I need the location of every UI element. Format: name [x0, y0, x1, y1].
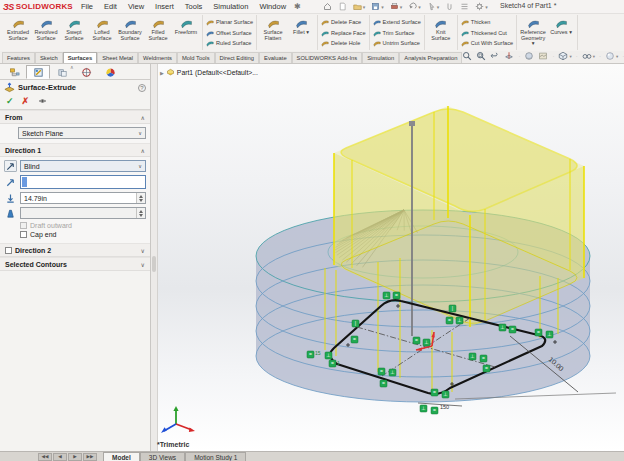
tab-mold-tools[interactable]: Mold Tools [177, 52, 215, 63]
hide-show-items-button[interactable]: ▾ [582, 51, 595, 61]
menu-insert[interactable]: Insert [155, 2, 174, 11]
ribbon-button-lofted-surface[interactable]: Lofted Surface [88, 15, 116, 50]
sketch-relation-badge[interactable]: ⊥ [423, 339, 430, 346]
pin-icon[interactable]: ✱ [294, 2, 301, 11]
tab-sketch[interactable]: Sketch [35, 52, 63, 63]
ribbon-button-knit-surface[interactable]: Knit Surface [427, 15, 455, 50]
selected-contours-header[interactable]: Selected Contours ∨ [0, 257, 150, 271]
first-button[interactable]: ◀◀ [38, 453, 52, 461]
direction-reference-input[interactable] [20, 175, 146, 189]
previous-button[interactable]: ◀ [53, 453, 67, 461]
menu-file[interactable]: File [81, 2, 93, 11]
panel-splitter[interactable] [151, 64, 158, 451]
undo-button[interactable]: ▾ [408, 2, 421, 11]
menu-simulation[interactable]: Simulation [213, 2, 248, 11]
sketch-relation-badge[interactable]: = [446, 317, 453, 324]
sketch-relation-badge[interactable]: = [535, 329, 542, 336]
apply-scene-button[interactable] [538, 51, 548, 61]
next-button[interactable]: ▶ [68, 453, 82, 461]
direction2-header[interactable]: Direction 2 ∨ [0, 243, 150, 257]
ribbon-button-delete-face[interactable]: Delete Face [321, 17, 366, 27]
ribbon-button-fillet[interactable]: Fillet ▾ [287, 15, 315, 50]
ribbon-button-extend-surface[interactable]: Extend Surface [373, 17, 421, 27]
collapse-chevron-icon[interactable]: ∧ [141, 147, 145, 154]
ribbon-button-filled-surface[interactable]: Filled Surface [144, 15, 172, 50]
from-header[interactable]: From ∧ [0, 110, 150, 124]
sketch-relation-badge[interactable]: = [431, 407, 438, 414]
sketch-relation-badge[interactable]: | [352, 320, 359, 327]
from-dropdown[interactable]: Sketch Plane ∨ [18, 127, 146, 139]
bottom-tab-model[interactable]: Model [103, 452, 140, 461]
ribbon-button-reference-geometry[interactable]: Reference Geometry ▾ [519, 15, 547, 50]
edit-appearance-button[interactable] [524, 51, 534, 61]
preview-eye-icon[interactable] [37, 97, 48, 105]
ribbon-button-freeform[interactable]: Freeform [172, 15, 200, 50]
menu-view[interactable]: View [128, 2, 144, 11]
sketch-relation-badge[interactable]: ⊥ [442, 391, 449, 398]
ribbon-button-thickened-cut[interactable]: Thickened Cut [461, 28, 513, 38]
sketch-relation-badge[interactable]: = [509, 326, 516, 333]
save-button[interactable]: ▾ [371, 2, 384, 11]
ribbon-button-curves[interactable]: Curves ▾ [547, 15, 575, 50]
last-button[interactable]: ▶▶ [83, 453, 97, 461]
collapse-chevron-icon[interactable]: ∧ [141, 114, 145, 121]
ribbon-button-boundary-surface[interactable]: Boundary Surface [116, 15, 144, 50]
ribbon-button-trim-surface[interactable]: Trim Surface [373, 28, 421, 38]
sketch-relation-badge[interactable]: = [329, 360, 336, 367]
open-button[interactable]: ▾ [353, 2, 366, 11]
spinner-arrows[interactable] [136, 193, 145, 203]
menu-window[interactable]: Window [259, 2, 286, 11]
tab-analysis-preparation[interactable]: Analysis Preparation [399, 52, 462, 63]
manager-tab-feature-manager-tree[interactable] [2, 65, 26, 79]
tab-direct-editing[interactable]: Direct Editing [215, 52, 259, 63]
sketch-relation-badge[interactable]: ⊥ [325, 352, 332, 359]
expand-chevron-icon[interactable]: ∨ [141, 261, 145, 268]
sketch-relation-badge[interactable]: ⊥ [499, 324, 506, 331]
reverse-direction-button[interactable] [4, 160, 17, 172]
bottom-tab-motion-study-1[interactable]: Motion Study 1 [185, 452, 246, 461]
sketch-relation-badge[interactable]: ⊥ [469, 353, 476, 360]
direction1-header[interactable]: Direction 1 ∧ [0, 143, 150, 157]
zoom-fit-button[interactable] [462, 51, 472, 61]
ribbon-button-extruded-surface[interactable]: Extruded Surface [4, 15, 32, 50]
cap-end-checkbox[interactable] [20, 231, 27, 238]
depth-spinner[interactable]: 14.79in [20, 192, 146, 204]
ribbon-button-offset-surface[interactable]: Offset Surface [206, 28, 253, 38]
sketch-relation-badge[interactable]: = [393, 292, 400, 299]
sketch-relation-badge[interactable]: = [378, 368, 385, 375]
sketch-relation-badge[interactable]: ⊥ [546, 331, 553, 338]
zoom-area-button[interactable] [476, 51, 486, 61]
tab-solidworks-add-ins[interactable]: SOLIDWORKS Add-Ins [292, 52, 363, 63]
view-list-button[interactable] [460, 2, 469, 11]
help-icon[interactable]: ? [138, 84, 146, 92]
end-condition-dropdown[interactable]: Blind ∨ [20, 160, 146, 172]
sketch-relation-badge[interactable]: | [449, 305, 456, 312]
manager-tab-display-manager[interactable] [98, 65, 122, 79]
bottom-tab-3d-views[interactable]: 3D Views [140, 452, 185, 461]
splitter-grip[interactable] [152, 256, 156, 272]
sketch-relation-badge[interactable]: ⊥ [383, 292, 390, 299]
new-document-button[interactable] [338, 2, 347, 11]
tab-evaluate[interactable]: Evaluate [259, 52, 292, 63]
panel-collapse-icon[interactable]: ∧ [70, 64, 74, 70]
sketch-relation-badge[interactable]: = [483, 365, 490, 372]
attach-button[interactable] [445, 2, 454, 11]
ribbon-button-ruled-surface[interactable]: Ruled Surface [206, 38, 253, 48]
ribbon-button-replace-face[interactable]: Replace Face [321, 28, 366, 38]
manager-tab-property-manager[interactable] [26, 65, 50, 79]
sketch-relation-badge[interactable]: = [413, 337, 420, 344]
select-button[interactable]: ▾ [427, 2, 440, 11]
display-style-button[interactable]: ▾ [558, 51, 571, 61]
tab-surfaces[interactable]: Surfaces [63, 52, 98, 63]
sketch-relation-badge[interactable]: = [480, 355, 487, 362]
sketch-relation-badge[interactable]: = [380, 380, 387, 387]
home-button[interactable] [323, 2, 332, 11]
print-button[interactable]: ▾ [390, 2, 403, 11]
sketch-relation-badge[interactable]: ⊥ [420, 405, 427, 412]
sketch-relation-badge[interactable]: = [351, 336, 358, 343]
ribbon-button-delete-hole[interactable]: Delete Hole [321, 38, 366, 48]
previous-view-button[interactable] [490, 51, 500, 61]
sketch-relation-badge[interactable]: = [431, 389, 438, 396]
flyout-feature-tree[interactable]: ▶ Part1 (Default<<Default>... [160, 68, 258, 77]
sketch-relation-badge[interactable]: ⊥ [389, 369, 396, 376]
